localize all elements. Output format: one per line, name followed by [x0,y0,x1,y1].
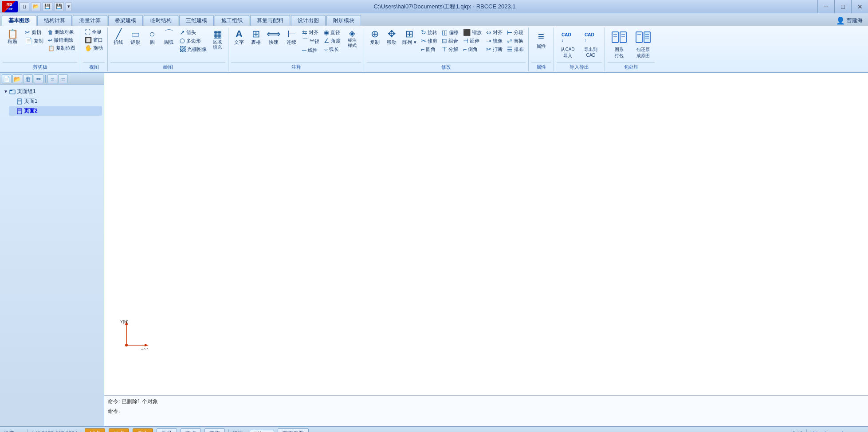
properties-btn[interactable]: ≡ 属性 [531,28,551,51]
fillet-btn[interactable]: ⌐ 圆角 [419,45,439,53]
replace-btn[interactable]: ⇄ 替换 [505,37,526,45]
arrow-btn[interactable]: ↗ 箭头 [178,28,208,36]
annotation-select[interactable]: 标注1 [250,430,274,432]
open-page-btn[interactable]: 📂 [12,74,22,83]
rotate-label: 旋转 [428,29,437,36]
sort-down-btn[interactable]: ≣ [58,74,68,83]
tab-temp-struct[interactable]: 临时结构 [144,15,178,26]
ortho-btn[interactable]: 正交 [204,428,225,432]
ann-col3: ⟺ 快速 [265,28,283,46]
break-btn[interactable]: ✂ 打断 [484,45,504,53]
minimize-btn[interactable]: ─ [817,0,834,13]
export-cad-btn[interactable]: CAD↑ 导出到CAD [580,28,602,59]
linear-dim-btn[interactable]: ─ 线性 [300,46,321,54]
tab-quantity[interactable]: 算量与配料 [250,15,290,26]
chamfer-btn[interactable]: ⌐ 倒角 [461,45,483,53]
quick-dim-btn[interactable]: ⟺ 快速 [265,28,283,46]
new-file-btn[interactable]: 🗋 [20,2,29,11]
tab-addon[interactable]: 附加模块 [326,15,361,26]
rotate-btn[interactable]: ↻ 旋转 [419,28,439,36]
open-file-btn[interactable]: 📂 [31,2,41,11]
align-dim-btn[interactable]: ⇆ 对齐 [300,28,321,36]
import-cad-btn[interactable]: CAD↓ 从CAD导入 [557,28,579,61]
arrange-btn[interactable]: ☰ 排布 [505,45,526,53]
polyline-btn[interactable]: ╱ 折线 [110,28,126,46]
rect-btn[interactable]: ▭ 矩形 [127,28,143,46]
tab-design-drawing[interactable]: 设计出图 [291,15,326,26]
circle-btn[interactable]: ○ 圆 [144,28,160,46]
user-menu[interactable]: 👤 曹建海 [831,15,868,26]
arc-btn[interactable]: ⌒ 圆弧 [161,28,177,46]
decompose-btn[interactable]: ⊤ 分解 [440,45,460,53]
svg-marker-27 [145,344,149,346]
snap-midpoint-btn[interactable]: 中点 [109,428,129,432]
trim-btn[interactable]: ✂ 修剪 [419,37,439,45]
delete-obj-btn[interactable]: 🗑 删除对象 [46,28,77,36]
raster-btn[interactable]: 🖼 光栅图像 [178,45,208,53]
rect-icon: ▭ [131,29,140,39]
snap-intersection-btn[interactable]: 交点 [181,428,201,432]
tab-measurement[interactable]: 测量计算 [73,15,107,26]
drawing-canvas[interactable]: Y(N) X(E) [104,73,868,395]
polygon-btn[interactable]: ⬠ 多边形 [178,37,208,45]
diameter-dim-btn[interactable]: ◉ 直径 [322,28,342,36]
rename-page-btn[interactable]: ✏ [34,74,43,83]
window-view-btn[interactable]: 🔲 窗口 [83,36,105,44]
copy-modify-btn[interactable]: ⊕ 复制 [367,28,383,46]
cut-btn[interactable]: ✂ 剪切 [23,28,45,36]
tab-basic-shapes[interactable]: 基本图形 [2,15,36,26]
tab-structural-calc[interactable]: 结构计算 [37,15,72,26]
page2-item[interactable]: 页面2 [9,106,102,116]
page1-item[interactable]: 页面1 [9,97,102,106]
offset-btn[interactable]: ◫ 偏移 [440,28,460,36]
unpack-btn[interactable]: 包还原成原图 [632,28,655,61]
tab-bridge-model[interactable]: 桥梁建模 [108,15,143,26]
array-btn[interactable]: ⊞ 阵列 ▾ [401,28,418,46]
combine-btn[interactable]: ⊟ 组合 [440,37,460,45]
text-btn[interactable]: A 文字 [231,28,247,46]
align-mod-btn[interactable]: ⇔ 对齐 [484,28,504,36]
copy-icon: 📄 [25,37,32,44]
copy-btn[interactable]: 📄 复制 [23,37,45,45]
segment-btn[interactable]: ⊢ 分段 [505,28,526,36]
mirror-btn[interactable]: ⊸ 镜像 [484,37,504,45]
close-btn[interactable]: ✕ [851,0,868,13]
snap-endpoint-btn[interactable]: 端点 [85,428,105,432]
tree-group[interactable]: ▼ 页面组1 [2,87,102,96]
save-as-btn[interactable]: 💾 [54,2,64,11]
website-link[interactable]: Https://www.rbcce.com [810,431,864,432]
new-page-btn[interactable]: 📄 [2,74,12,83]
page-settings-btn[interactable]: 页面设置 [278,428,309,432]
undo-delete-btn[interactable]: ↩ 撤销删除 [46,36,77,44]
copy-bitmap-btn[interactable]: 📋 复制位图 [46,44,77,52]
maximize-btn[interactable]: □ [834,0,851,13]
delete-page-btn[interactable]: 🗑 [23,74,33,83]
sort-up-btn[interactable]: ≡ [47,74,57,83]
drag-btn[interactable]: 🖐 拖动 [83,44,105,52]
dropdown-btn[interactable]: ▾ [66,2,72,11]
save-file-btn[interactable]: 💾 [43,2,52,11]
page-group-label: 页面组1 [17,88,36,95]
extend-btn[interactable]: ⊣ 延伸 [461,37,483,45]
scale-btn[interactable]: ⬛ 缩放 [461,28,483,36]
arc-len-icon: ⌣ [324,46,328,53]
tab-construction[interactable]: 施工组织 [215,15,249,26]
move-btn[interactable]: ✥ 移动 [384,28,400,46]
group-draw: ╱ 折线 ▭ 矩形 ○ 圆 [108,27,228,71]
page2-icon [16,108,23,114]
pack-btn[interactable]: 图形打包 [608,28,631,61]
arc-len-btn[interactable]: ⌣ 弧长 [322,45,342,54]
paste-btn[interactable]: 📋 粘贴 [3,28,22,45]
continuous-dim-btn[interactable]: ⊢ 连续 [283,28,299,46]
snap-perpendicular-btn[interactable]: 垂足 [157,428,177,432]
full-display-btn[interactable]: ⛶ 全显 [83,28,105,36]
angle-dim-btn[interactable]: ∠ 角度 [322,37,342,45]
dim-style-btn[interactable]: ◈ 标注样式 [343,28,361,49]
ann-col4: ⊢ 连续 [283,28,299,46]
cmd-input[interactable] [122,409,864,415]
snap-center-btn[interactable]: 圆心 [133,428,153,432]
fill-btn[interactable]: ▦ 区域填充 [209,28,225,51]
radius-dim-btn[interactable]: ⌒ 半径 [300,37,321,46]
tab-3d-model[interactable]: 三维建模 [179,15,214,26]
table-btn[interactable]: ⊞ 表格 [248,28,264,46]
